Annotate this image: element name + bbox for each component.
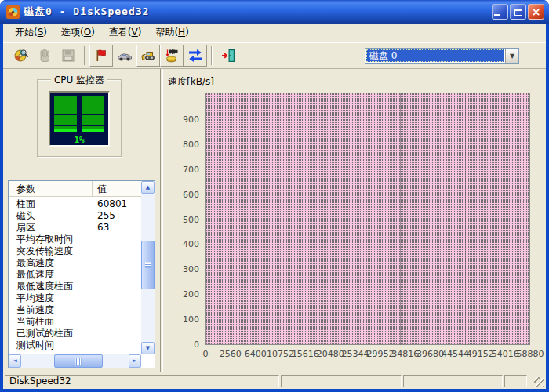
y-tick-label: 100 bbox=[163, 314, 199, 325]
param-value bbox=[93, 245, 141, 257]
car-button[interactable] bbox=[113, 45, 136, 67]
scroll-up-icon[interactable]: ▲ bbox=[141, 181, 155, 194]
vertical-gridline bbox=[400, 93, 401, 345]
chevron-down-icon[interactable]: ▼ bbox=[505, 49, 518, 63]
stop-button[interactable] bbox=[33, 45, 56, 67]
table-row[interactable]: 扇区63 bbox=[9, 222, 141, 234]
bulldozer-button[interactable] bbox=[136, 45, 160, 67]
menu-item-options[interactable]: 选项(O) bbox=[54, 24, 102, 42]
menu-item-start[interactable]: 开始(S) bbox=[8, 24, 54, 42]
x-tick-label: 44544 bbox=[442, 349, 469, 359]
maximize-button[interactable] bbox=[510, 4, 526, 20]
status-text: DiskSpeed32 bbox=[5, 375, 279, 387]
x-tick-label: 34816 bbox=[391, 349, 419, 359]
exit-button[interactable] bbox=[216, 45, 240, 67]
y-tick-label: 300 bbox=[163, 264, 199, 275]
transfer-arrows-icon bbox=[187, 48, 203, 64]
arrows-button[interactable] bbox=[184, 45, 207, 67]
param-label: 最低速度柱面 bbox=[9, 281, 93, 292]
menu-item-help[interactable]: 帮助(H) bbox=[148, 24, 195, 42]
y-tick-label: 500 bbox=[163, 215, 199, 226]
param-label: 最高速度 bbox=[9, 257, 93, 269]
vertical-gridline bbox=[465, 93, 466, 345]
param-label: 当前柱面 bbox=[9, 316, 93, 328]
car-icon bbox=[117, 48, 133, 64]
table-row[interactable]: 最低速度 bbox=[9, 269, 141, 281]
x-tick-label: 29952 bbox=[366, 349, 394, 359]
floppy-save-icon bbox=[60, 48, 76, 64]
table-row[interactable]: 已测试的柱面 bbox=[9, 328, 141, 339]
save-button[interactable] bbox=[56, 45, 80, 67]
listview-rows: 柱面60801磁头255扇区63平均存取时间突发传输速度最高速度最低速度最低速度… bbox=[9, 198, 141, 354]
x-tick-label: 2560 bbox=[220, 349, 242, 359]
param-value: 63 bbox=[93, 222, 141, 234]
status-bar: DiskSpeed32 bbox=[3, 372, 546, 389]
table-row[interactable]: 当前速度 bbox=[9, 304, 141, 316]
parameter-listview: 参数 值 柱面60801磁头255扇区63平均存取时间突发传输速度最高速度最低速… bbox=[8, 180, 155, 368]
param-label: 平均存取时间 bbox=[9, 234, 93, 245]
window-body: 开始(S)选项(O)查看(V)帮助(H) bbox=[0, 24, 549, 392]
y-tick-label: 800 bbox=[163, 140, 199, 151]
header-parameter[interactable]: 参数 bbox=[9, 181, 93, 196]
param-value bbox=[93, 292, 141, 304]
table-row[interactable]: 平均存取时间 bbox=[9, 234, 141, 245]
param-label: 磁头 bbox=[9, 210, 93, 222]
table-row[interactable]: 当前柱面 bbox=[9, 316, 141, 328]
chip-button[interactable] bbox=[160, 45, 184, 67]
disk-select-combobox[interactable]: 磁盘 0 ▼ bbox=[365, 48, 519, 64]
table-row[interactable]: 最高速度 bbox=[9, 257, 141, 269]
param-label: 突发传输速度 bbox=[9, 245, 93, 257]
hand-stop-icon bbox=[37, 48, 53, 64]
table-row[interactable]: 平均速度 bbox=[9, 292, 141, 304]
x-tick-label: 0 bbox=[203, 349, 209, 359]
header-value[interactable]: 值 bbox=[93, 181, 141, 196]
y-tick-label: 600 bbox=[163, 190, 199, 201]
vertical-gridline bbox=[271, 93, 271, 345]
table-row[interactable]: 突发传输速度 bbox=[9, 245, 141, 257]
analyze-disk-button[interactable] bbox=[9, 45, 33, 67]
main-area: CPU 监控器 1% bbox=[3, 69, 546, 372]
param-value: 255 bbox=[93, 210, 141, 222]
table-row[interactable]: 磁头255 bbox=[9, 210, 141, 222]
horizontal-scroll-thumb[interactable] bbox=[54, 354, 103, 368]
cpu-monitor-groupbox: CPU 监控器 1% bbox=[37, 79, 122, 157]
scroll-down-icon[interactable]: ▼ bbox=[141, 342, 155, 354]
horizontal-scrollbar[interactable]: ◄ ► bbox=[9, 354, 141, 368]
param-value bbox=[93, 234, 141, 245]
param-label: 扇区 bbox=[9, 222, 93, 234]
x-tick-label: 25344 bbox=[342, 349, 369, 359]
resize-grip[interactable] bbox=[534, 377, 544, 387]
param-label: 测试时间 bbox=[9, 339, 93, 351]
table-row[interactable]: 最低速度柱面 bbox=[9, 281, 141, 292]
param-label: 已测试的柱面 bbox=[9, 328, 93, 339]
vertical-gridline bbox=[336, 93, 336, 345]
param-value bbox=[93, 257, 141, 269]
cpu-monitor-title: CPU 监控器 bbox=[51, 74, 107, 87]
param-value bbox=[93, 316, 141, 328]
y-tick-label: 200 bbox=[163, 289, 199, 300]
vertical-scroll-thumb[interactable] bbox=[141, 241, 155, 289]
x-tick-label: 54016 bbox=[492, 349, 519, 359]
menu-item-view[interactable]: 查看(V) bbox=[102, 24, 149, 42]
x-tick-label: 6400 bbox=[245, 349, 267, 359]
cpu-led-column bbox=[54, 96, 77, 132]
app-window: 磁盘0 - DiskSpeed32 × 开始(S)选项(O)查看(V)帮助(H) bbox=[0, 0, 549, 392]
table-row[interactable]: 测试时间 bbox=[9, 339, 141, 351]
x-tick-label: 20480 bbox=[317, 349, 344, 359]
y-tick-label: 700 bbox=[163, 165, 199, 176]
param-value: 60801 bbox=[93, 198, 141, 210]
title-bar[interactable]: 磁盘0 - DiskSpeed32 × bbox=[0, 0, 549, 24]
minimize-button[interactable] bbox=[492, 4, 508, 20]
y-tick-label: 400 bbox=[163, 239, 199, 250]
vertical-scrollbar[interactable]: ▲ ▼ bbox=[141, 181, 155, 354]
table-row[interactable]: 柱面60801 bbox=[9, 198, 141, 210]
flag-button[interactable] bbox=[89, 45, 113, 67]
y-tick-label: 900 bbox=[163, 114, 199, 125]
listview-header: 参数 值 bbox=[9, 181, 141, 197]
scroll-left-icon[interactable]: ◄ bbox=[9, 354, 21, 368]
speed-chart-panel: 速度[kB/s] 0100200300400500600700800900025… bbox=[163, 69, 546, 372]
close-button[interactable]: × bbox=[528, 4, 544, 20]
scroll-right-icon[interactable]: ► bbox=[129, 354, 141, 368]
exit-door-icon bbox=[220, 48, 236, 64]
param-value bbox=[93, 328, 141, 339]
